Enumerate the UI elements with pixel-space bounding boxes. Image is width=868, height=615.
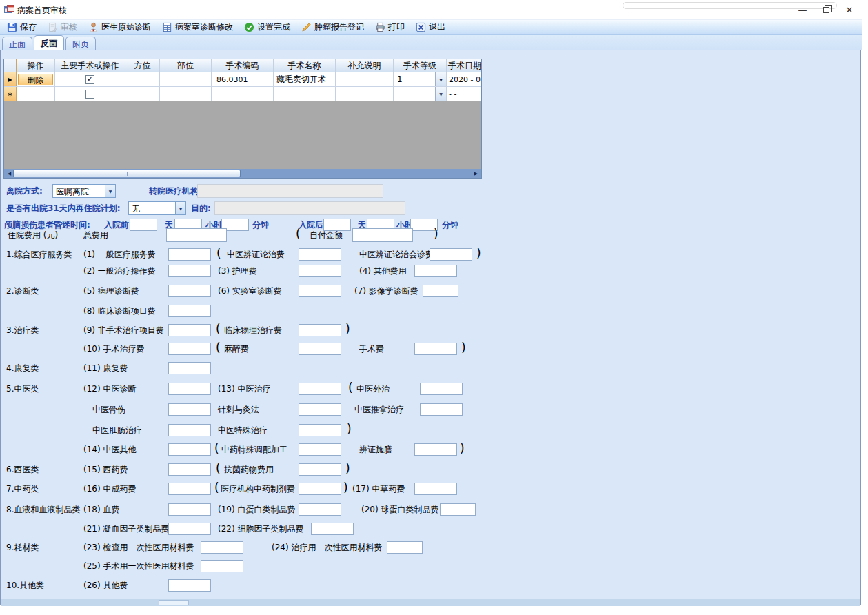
self-pay-input[interactable]	[352, 228, 413, 242]
scrollbar-thumb[interactable]	[13, 170, 241, 177]
print-button[interactable]: 打印	[371, 20, 409, 34]
fee18-input[interactable]	[168, 503, 211, 516]
fee17-input[interactable]	[414, 483, 457, 495]
audit-button[interactable]: 审核	[43, 20, 81, 34]
fee9-input[interactable]	[168, 324, 211, 336]
chevron-down-icon[interactable]: ▼	[435, 72, 446, 86]
discharge-method-combobox[interactable]: 医嘱离院 ▼	[52, 184, 116, 198]
fee5-input[interactable]	[168, 285, 211, 297]
col-level[interactable]: 手术等级	[394, 59, 447, 72]
cell-site[interactable]	[160, 87, 212, 101]
fee7-input[interactable]	[423, 285, 458, 297]
cell-surgery-code[interactable]: 86.0301	[212, 72, 274, 86]
fee20-input[interactable]	[440, 503, 476, 516]
cell-operation[interactable]	[17, 87, 55, 101]
tab-back[interactable]: 反面	[34, 35, 64, 50]
fee24-input[interactable]	[387, 541, 423, 554]
cell-note[interactable]	[336, 87, 394, 101]
fee1b-input[interactable]	[430, 248, 472, 261]
cell-surgery-name[interactable]: 藏毛窦切开术	[274, 72, 336, 86]
fee19-input[interactable]	[299, 503, 341, 516]
col-main-surgery[interactable]: 主要手术或操作	[55, 59, 125, 72]
fee1-input[interactable]	[168, 248, 211, 261]
col-note[interactable]: 补充说明	[336, 59, 394, 72]
fee15a-input[interactable]	[299, 463, 341, 476]
close-button[interactable]: ✕	[838, 1, 861, 18]
fee14-input[interactable]	[168, 443, 211, 456]
fee16a-input[interactable]	[299, 483, 341, 495]
fee14b-input[interactable]	[414, 443, 457, 456]
readmission-plan-combobox[interactable]: 无 ▼	[128, 201, 186, 215]
grid-corner-cell[interactable]	[4, 59, 17, 72]
main-surgery-checkbox[interactable]	[85, 90, 94, 99]
chevron-down-icon[interactable]: ▼	[435, 87, 446, 101]
fee3-input[interactable]	[299, 265, 341, 277]
fee13b-input[interactable]	[168, 403, 211, 416]
fee12-input[interactable]	[168, 383, 211, 395]
fee13c-input[interactable]	[299, 403, 341, 416]
cell-level-combobox[interactable]: 1▼	[394, 72, 447, 86]
cell-surgery-name[interactable]	[274, 87, 336, 101]
doctor-original-diagnosis-button[interactable]: 医生原始诊断	[84, 20, 155, 34]
col-surgery-name[interactable]: 手术名称	[274, 59, 336, 72]
cell-surgery-code[interactable]	[212, 87, 274, 101]
page-horizontal-scrollbar[interactable]	[1, 599, 860, 606]
col-date[interactable]: 手术日期	[447, 59, 482, 72]
fee26-input[interactable]	[168, 579, 211, 592]
fee13a-input[interactable]	[420, 383, 463, 395]
row-selector[interactable]: ▶	[4, 72, 17, 86]
restore-button[interactable]	[814, 1, 838, 18]
save-button[interactable]: 保存	[3, 20, 41, 34]
fee21-input[interactable]	[168, 523, 211, 535]
exit-button[interactable]: 退出	[412, 20, 450, 34]
col-site[interactable]: 部位	[160, 59, 212, 72]
fee13d-input[interactable]	[420, 403, 463, 416]
cell-date[interactable]: 2020 - 09	[447, 72, 482, 86]
row-selector[interactable]: *	[4, 87, 17, 101]
cell-date[interactable]: - -	[447, 87, 482, 101]
cell-level-combobox[interactable]: ▼	[394, 87, 447, 101]
fee15-input[interactable]	[168, 463, 211, 476]
fee6-input[interactable]	[299, 285, 341, 297]
col-direction[interactable]: 方位	[125, 59, 160, 72]
cell-note[interactable]	[336, 72, 394, 86]
fee9a-input[interactable]	[299, 324, 341, 336]
fee2-input[interactable]	[168, 265, 211, 277]
settings-complete-button[interactable]: 设置完成	[240, 20, 294, 34]
fee10-input[interactable]	[168, 343, 211, 355]
col-surgery-code[interactable]: 手术编码	[212, 59, 274, 72]
tab-appendix[interactable]: 附页	[65, 37, 96, 50]
fee22-input[interactable]	[311, 523, 354, 535]
scrollbar-thumb[interactable]	[159, 600, 189, 605]
main-surgery-checkbox[interactable]	[85, 75, 94, 84]
fee8-input[interactable]	[168, 305, 211, 317]
col-operation[interactable]: 操作	[17, 59, 55, 72]
grid-horizontal-scrollbar[interactable]: ◀ ▶	[4, 169, 481, 178]
record-room-diagnosis-edit-button[interactable]: 病案室诊断修改	[158, 20, 237, 34]
delete-button[interactable]: 删除	[18, 74, 53, 85]
fee13f-input[interactable]	[299, 424, 341, 436]
fee25-input[interactable]	[201, 560, 243, 572]
purpose-field[interactable]	[214, 201, 405, 215]
fee1a-input[interactable]	[299, 248, 341, 261]
fee14a-input[interactable]	[299, 443, 341, 456]
cell-direction[interactable]	[125, 87, 160, 101]
total-fee-input[interactable]	[166, 228, 227, 242]
tumor-report-registration-button[interactable]: 肿瘤报告登记	[297, 20, 368, 34]
transfer-hospital-field[interactable]	[197, 184, 383, 198]
fee11-input[interactable]	[168, 362, 211, 374]
fee4-input[interactable]	[414, 265, 457, 277]
chevron-down-icon[interactable]: ▼	[175, 202, 185, 214]
fee10b-input[interactable]	[414, 343, 457, 355]
fee10a-input[interactable]	[299, 343, 341, 355]
scroll-right-icon[interactable]: ▶	[472, 169, 481, 178]
fee16-input[interactable]	[168, 483, 211, 495]
cell-site[interactable]	[160, 72, 212, 86]
fee13e-input[interactable]	[168, 424, 211, 436]
fee13-input[interactable]	[299, 383, 341, 395]
chevron-down-icon[interactable]: ▼	[105, 185, 115, 197]
tab-front[interactable]: 正面	[2, 37, 32, 50]
cell-direction[interactable]	[125, 72, 160, 86]
fee23-input[interactable]	[201, 541, 243, 554]
minimize-button[interactable]: —	[791, 1, 814, 18]
